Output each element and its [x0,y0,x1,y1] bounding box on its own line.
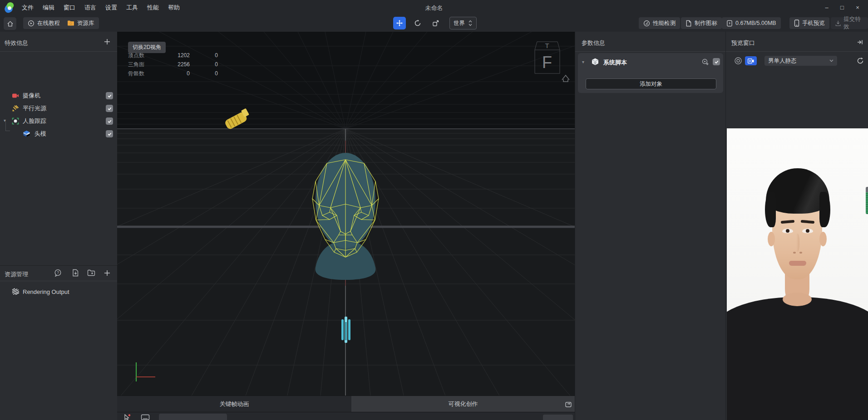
maximize-button[interactable]: □ [834,1,850,13]
move-arrows-icon [396,20,403,27]
menu-performance[interactable]: 性能 [143,0,163,15]
chevron-down-icon [829,59,833,62]
menu-edit[interactable]: 编辑 [38,0,59,15]
tab-visual-label: 可视化创作 [449,400,478,408]
photo-hair-side [819,192,830,227]
minimize-button[interactable]: – [819,1,834,13]
cursor-icon[interactable] [123,414,132,420]
light-visibility-checkbox[interactable] [106,105,113,112]
assets-import-button[interactable] [72,269,79,277]
layers-icon [12,288,20,295]
photo-hair-side [765,192,776,227]
svg-text:T: T [545,42,549,49]
submit-effect-label: 提交特效 [843,15,863,31]
asset-library-label: 资源库 [77,20,94,27]
edge-scroll-handle[interactable] [866,187,868,214]
submit-effect-button[interactable]: 提交特效 [831,17,868,29]
target-plus-icon[interactable] [701,58,709,66]
timeline-strip [117,412,575,420]
scale-tool-button[interactable] [429,17,442,29]
photo-mouth [789,261,806,266]
performance-check-button[interactable]: 性能检测 [639,17,680,29]
performance-check-label: 性能检测 [653,20,676,27]
plus-icon [104,269,111,277]
online-tutorial-button[interactable]: 在线教程 [23,17,64,29]
rotate-tool-button[interactable] [411,17,424,29]
scene-item-face-tracking[interactable]: ▾ 人脸跟踪 [0,115,117,127]
asset-item-label: Rendering Output [23,288,69,295]
menu-language[interactable]: 语言 [80,0,101,15]
assets-add-folder-button[interactable] [87,269,95,276]
photo-nostril [793,252,796,254]
app-logo [4,2,15,14]
assets-panel: 资源管理 ? Rendering Output [0,265,117,420]
asset-library-button[interactable]: 资源库 [63,17,99,29]
scale-icon [432,20,439,27]
video-preview-toggle[interactable] [745,56,757,65]
svg-text:?: ? [57,270,59,275]
system-script-label: 系统脚本 [603,59,627,67]
scene-item-directional-light[interactable]: 平行光源 [0,103,117,114]
home-icon [7,20,14,27]
add-folder-icon [87,269,95,276]
home-button[interactable] [4,17,16,30]
tab-keyframe-label: 关键帧动画 [220,400,249,408]
refresh-icon[interactable] [857,57,864,64]
file-icon [686,20,692,27]
photo-ear [768,232,775,246]
storage-icon [726,20,733,27]
svg-text:F: F [542,53,552,72]
head-model-visibility-checkbox[interactable] [106,130,113,137]
storage-usage-button[interactable]: 0.67MB/5.00MB [722,17,781,29]
swap-vertical-icon [468,20,473,26]
scene-item-head-model[interactable]: 头模 [0,128,117,140]
menu-help[interactable]: 帮助 [163,0,184,15]
menu-window[interactable]: 窗口 [59,0,80,15]
make-icon-button[interactable]: 制作图标 [681,17,722,29]
system-script-card: ▾ 系统脚本 添加对象 [578,53,723,93]
scene-item-head-model-label: 头模 [35,130,46,138]
timeline-right-button[interactable] [543,415,573,420]
assets-add-button[interactable] [104,269,111,277]
photo-ear [819,232,827,246]
params-panel-title: 参数信息 [582,39,605,47]
menu-tools[interactable]: 工具 [122,0,143,15]
camera-visibility-checkbox[interactable] [106,92,113,99]
face-tracking-visibility-checkbox[interactable] [106,117,113,125]
popout-icon[interactable] [565,400,572,408]
move-tool-button[interactable] [393,17,406,29]
tab-keyframe-animation[interactable]: 关键帧动画 [117,396,351,412]
import-file-icon [72,269,79,277]
viewport-3d[interactable]: T F 切换2D视角 顶点数12020 三角面22560 骨骼数00 关键帧动画… [117,32,575,420]
viewport-stats: 顶点数12020 三角面22560 骨骼数00 [128,51,218,78]
space-mode-select[interactable]: 世界 [449,17,477,29]
record-circle-icon[interactable] [734,57,742,65]
assets-help-button[interactable]: ? [54,269,62,277]
system-script-checkbox[interactable] [713,58,720,65]
asset-item-rendering-output[interactable]: Rendering Output [0,286,117,298]
preview-panel-title: 预览窗口 [731,39,755,47]
make-icon-label: 制作图标 [695,20,717,27]
scene-add-button[interactable] [104,38,111,45]
tab-visual-creation[interactable]: 可视化创作 [351,396,575,412]
phone-preview-label: 手机预览 [802,20,825,27]
close-button[interactable]: × [850,1,865,13]
phone-preview-button[interactable]: 手机预览 [789,17,829,29]
menu-file[interactable]: 文件 [17,0,38,15]
collapse-right-icon[interactable] [857,39,863,45]
head-model-mesh[interactable] [312,153,379,280]
add-object-button[interactable]: 添加对象 [586,78,716,89]
timeline-preset-select[interactable] [159,414,227,420]
preview-model-select[interactable]: 男单人静态 [764,56,837,66]
menu-bar: 文件 编辑 窗口 语言 设置 工具 性能 帮助 [17,0,184,15]
screen-icon[interactable] [141,414,150,420]
scene-item-camera[interactable]: 摄像机 [0,90,117,102]
expander-icon[interactable]: ▾ [582,59,584,64]
storage-usage-label: 0.67MB/5.00MB [735,20,776,26]
photo-eye [802,229,813,233]
space-mode-value: 世界 [454,20,465,27]
camera-gizmo[interactable] [341,317,350,343]
script-cube-icon [591,58,599,66]
menu-settings[interactable]: 设置 [101,0,122,15]
camera-icon [12,93,19,99]
